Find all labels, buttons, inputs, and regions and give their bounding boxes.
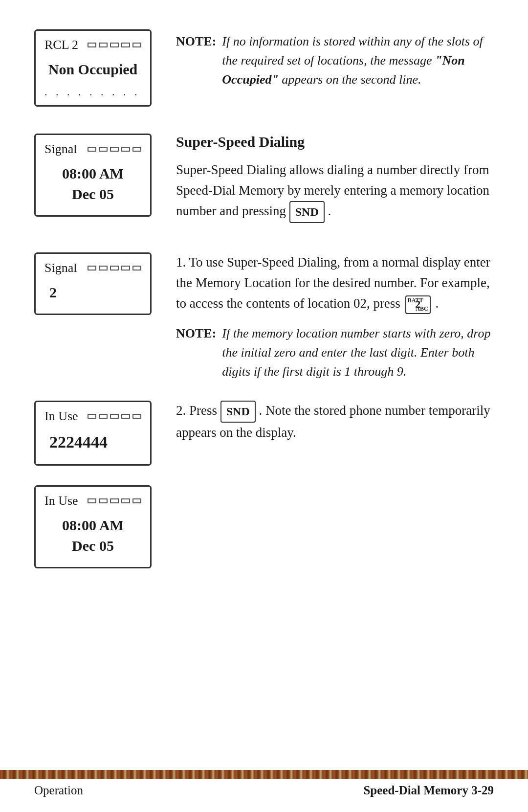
lcd2-ind1 xyxy=(88,147,96,152)
item1-text: 1. To use Super-Speed Dialing, from a no… xyxy=(176,252,494,314)
lcd5-indicators xyxy=(88,498,141,503)
lcd4-ind5 xyxy=(132,414,141,419)
key-2abc-sub: ABC xyxy=(416,305,428,312)
lcd5-label: In Use xyxy=(44,494,78,508)
lcd4-ind2 xyxy=(99,414,108,419)
lcd1-indicators xyxy=(88,43,141,47)
lcd5-ind4 xyxy=(121,498,130,503)
lcd1-ind2 xyxy=(99,43,108,47)
section1-row: RCL 2 Non Occupied . . . . . . . . . xyxy=(34,29,494,107)
lcd4-ind1 xyxy=(88,414,96,419)
lcd-display-3: Signal 2 xyxy=(34,252,152,315)
lcd4-body: 2224444 xyxy=(44,427,141,458)
item2-text: 2. Press SND . Note the stored phone num… xyxy=(176,401,494,443)
lcd3-ind4 xyxy=(121,266,130,271)
lcd1-line1: Non Occupied xyxy=(44,59,141,80)
lcd2-ind2 xyxy=(99,147,108,152)
note2-text: If the memory location number starts wit… xyxy=(222,324,494,381)
footer-left: Operation xyxy=(34,784,83,797)
lcd-display-1: RCL 2 Non Occupied . . . . . . . . . xyxy=(34,29,152,107)
note2-block: NOTE: If the memory location number star… xyxy=(176,324,494,381)
lcd5-ind5 xyxy=(132,498,141,503)
content-area: RCL 2 Non Occupied . . . . . . . . . xyxy=(34,29,494,588)
note1-block: NOTE: If no information is stored within… xyxy=(176,32,494,89)
lcd3-label: Signal xyxy=(44,261,77,275)
lcd2-line1: 08:00 AM xyxy=(44,163,141,184)
lcd4-indicators xyxy=(88,414,141,419)
lcd5-header: In Use xyxy=(44,494,141,508)
section-intro-period: . xyxy=(328,203,331,218)
item2-content: 2. Press SND . Note the stored phone num… xyxy=(176,401,494,453)
signal-section: Signal 08:00 AM Dec 05 Super-Speed Diali… xyxy=(34,134,494,233)
lcd3-ind5 xyxy=(132,266,141,271)
lcd3-indicators xyxy=(88,266,141,271)
lcd3-body: 2 xyxy=(44,278,141,307)
lcd2-ind5 xyxy=(132,147,141,152)
lcd1-ind1 xyxy=(88,43,96,47)
lcd2-header: Signal xyxy=(44,142,141,157)
lcd1-body: Non Occupied xyxy=(44,55,141,84)
lcd-display-4: In Use 2224444 xyxy=(34,401,152,466)
lcd4-ind3 xyxy=(110,414,119,419)
lcd2-body: 08:00 AM Dec 05 xyxy=(44,159,141,208)
lcd1-ind3 xyxy=(110,43,119,47)
section-heading: Super-Speed Dialing xyxy=(176,134,494,150)
inuse-section2: In Use 08:00 AM Dec 05 xyxy=(34,485,494,568)
item1-text-before: 1. To use Super-Speed Dialing, from a no… xyxy=(176,255,490,311)
lcd2-ind3 xyxy=(110,147,119,152)
footer-right: Speed-Dial Memory 3-29 xyxy=(363,784,494,797)
lcd5-line2: Dec 05 xyxy=(44,536,141,556)
lcd5-ind1 xyxy=(88,498,96,503)
lcd1-ind5 xyxy=(132,43,141,47)
note1-text: If no information is stored within any o… xyxy=(222,32,494,89)
item1-content: 1. To use Super-Speed Dialing, from a no… xyxy=(176,252,494,381)
lcd5-ind3 xyxy=(110,498,119,503)
item2-text-before: 2. Press xyxy=(176,403,217,418)
page: RCL 2 Non Occupied . . . . . . . . . xyxy=(0,0,528,812)
section-intro-span: Super-Speed Dialing allows dialing a num… xyxy=(176,162,489,218)
lcd3-ind2 xyxy=(99,266,108,271)
lcd3-header: Signal xyxy=(44,261,141,275)
lcd2-line2: Dec 05 xyxy=(44,184,141,204)
note2-label: NOTE: xyxy=(176,324,216,381)
snd-key-2: SND xyxy=(220,401,256,423)
signal-section2: Signal 2 1. To use Super-Speed Dialing, … xyxy=(34,252,494,381)
lcd3-line1: 2 xyxy=(49,282,141,303)
key-2abc-super: BATT xyxy=(408,297,423,304)
lcd2-label: Signal xyxy=(44,142,77,157)
note1-content: NOTE: If no information is stored within… xyxy=(176,29,494,89)
lcd4-ind4 xyxy=(121,414,130,419)
snd-key-inline: SND xyxy=(289,201,325,223)
lcd5-ind2 xyxy=(99,498,108,503)
lcd3-ind1 xyxy=(88,266,96,271)
item1-text-after: . xyxy=(435,296,439,311)
lcd2-indicators xyxy=(88,147,141,152)
note1-label: NOTE: xyxy=(176,32,216,89)
lcd4-line1: 2224444 xyxy=(49,430,141,454)
lcd1-dots: . . . . . . . . . xyxy=(44,86,141,98)
lcd5-line1: 08:00 AM xyxy=(44,515,141,536)
lcd4-label: In Use xyxy=(44,409,78,424)
super-speed-content: Super-Speed Dialing Super-Speed Dialing … xyxy=(176,134,494,233)
footer: Operation Speed-Dial Memory 3-29 xyxy=(34,784,494,797)
lcd1-label: RCL 2 xyxy=(44,38,78,52)
note1-text2: appears on the second line. xyxy=(279,72,421,87)
lcd1-ind4 xyxy=(121,43,130,47)
inuse-section: In Use 2224444 2. Press SND xyxy=(34,401,494,466)
section-intro-text: Super-Speed Dialing allows dialing a num… xyxy=(176,160,494,223)
lcd2-ind4 xyxy=(121,147,130,152)
lcd4-header: In Use xyxy=(44,409,141,424)
lcd5-body: 08:00 AM Dec 05 xyxy=(44,511,141,560)
decorative-border xyxy=(0,770,528,779)
lcd1-header: RCL 2 xyxy=(44,38,141,52)
lcd3-ind3 xyxy=(110,266,119,271)
lcd-display-5: In Use 08:00 AM Dec 05 xyxy=(34,485,152,568)
key-2abc: BATT 2 ABC xyxy=(405,295,431,314)
lcd-display-2: Signal 08:00 AM Dec 05 xyxy=(34,134,152,217)
